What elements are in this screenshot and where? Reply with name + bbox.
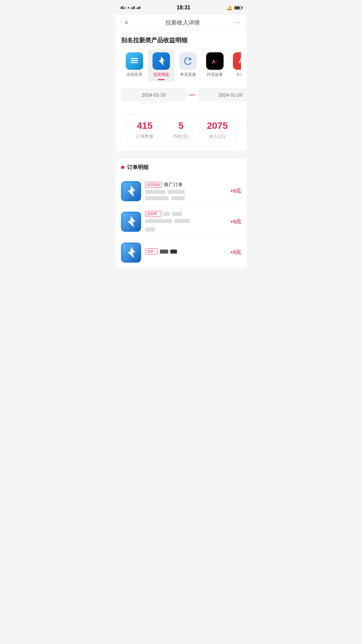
order-meta-2 [145,219,226,233]
kuake-icon [179,52,197,70]
stats-section: 415 订单数量 5 均价(元) 2075 收入(元) [116,106,246,151]
order-app-icon-3 [121,243,141,263]
tab-xunlei[interactable]: 迅雷网盘 [148,50,175,82]
app-tag-3: 迅雷... [145,249,158,255]
mute-icon: 🔔 [227,5,232,10]
active-indicator [158,79,165,80]
order-amount-1: +5元 [230,188,241,194]
order-amount-3: +5元 [230,249,241,256]
avg-price-value: 5 [166,120,196,131]
dot-indicator [121,166,124,169]
order-app-icon-2 [121,212,141,232]
date-separator: — [189,91,195,98]
svg-rect-2 [131,62,138,63]
svg-marker-4 [159,56,165,66]
status-bar: 4G↑ × .ull .ull 18:31 🔔 [116,0,246,15]
header: × 拉新收入详情 ··· [116,15,246,31]
main-content: 别名拉新类产品收益明细 全部应用 [116,31,246,83]
stat-avg-price: 5 均价(元) [163,115,199,145]
order-header-1: 迅雷网盘 推广订单 [145,182,226,188]
today-icon: Ai [233,52,241,70]
xunlei-icon [153,52,170,70]
status-icons: 🔔 [227,5,242,10]
revenue-value: 2075 [202,120,233,131]
app-tag-2: 迅雷网... [145,211,161,217]
order-title-1: 推广订单 [164,182,183,188]
stat-revenue: 2075 收入(元) [199,115,235,145]
battery-icon [234,6,242,10]
order-content-2: 迅雷网... [145,211,226,233]
page-title: 拉新收入详情 [166,19,200,26]
order-item[interactable]: 迅雷网盘 推广订单 +5元 [121,176,241,206]
start-date-input[interactable] [121,88,186,102]
stats-row: 415 订单数量 5 均价(元) 2075 收入(元) [126,114,236,145]
avg-price-label: 均价(元) [166,133,196,140]
status-time: 18:31 [177,5,190,11]
tab-douyin-label: 抖音故事 [207,72,223,77]
tab-today[interactable]: Ai 今日... [228,50,241,82]
tab-all-apps[interactable]: 全部应用 [121,50,148,82]
section-title: 别名拉新类产品收益明细 [121,36,241,44]
order-header-3: 迅雷... [145,249,226,255]
svg-rect-0 [131,58,138,59]
svg-point-5 [189,58,191,60]
order-count-label: 订单数量 [129,133,160,140]
tab-douyin[interactable]: ♪ d 抖音故事 [201,50,228,82]
end-date-input[interactable] [198,88,246,102]
order-section-title: 订单明细 [121,164,241,171]
all-apps-icon [126,52,143,70]
more-button[interactable]: ··· [234,19,241,26]
order-content-1: 迅雷网盘 推广订单 [145,182,226,200]
revenue-label: 收入(元) [202,133,233,140]
tab-all-apps-label: 全部应用 [126,72,142,77]
order-content-3: 迅雷... [145,249,226,257]
app-tabs: 全部应用 迅雷网盘 [121,50,241,83]
order-item-3[interactable]: 迅雷... +5元 [121,238,241,267]
order-header-2: 迅雷网... [145,211,226,217]
tab-kuake-label: 夸克直搜 [180,72,196,77]
tab-today-label: 今日... [236,72,241,77]
tab-xunlei-label: 迅雷网盘 [153,72,169,77]
date-filter: — 查询 [116,83,246,106]
stat-order-count: 415 订单数量 [127,115,163,145]
app-tag-1: 迅雷网盘 [145,182,162,188]
close-button[interactable]: × [121,19,132,26]
order-section: 订单明细 迅雷网盘 推广订单 [116,159,246,267]
tab-kuake[interactable]: 夸克直搜 [175,50,201,82]
svg-rect-1 [131,60,138,61]
order-item-2[interactable]: 迅雷网... +5元 [121,206,241,238]
order-amount-2: +5元 [230,219,241,225]
douyin-icon: ♪ d [206,52,224,70]
order-meta-1 [145,190,226,200]
svg-text:d: d [214,59,217,64]
order-count-value: 415 [129,120,160,131]
order-app-icon-1 [121,181,141,201]
signal-indicator: 4G↑ × .ull .ull [120,6,140,10]
